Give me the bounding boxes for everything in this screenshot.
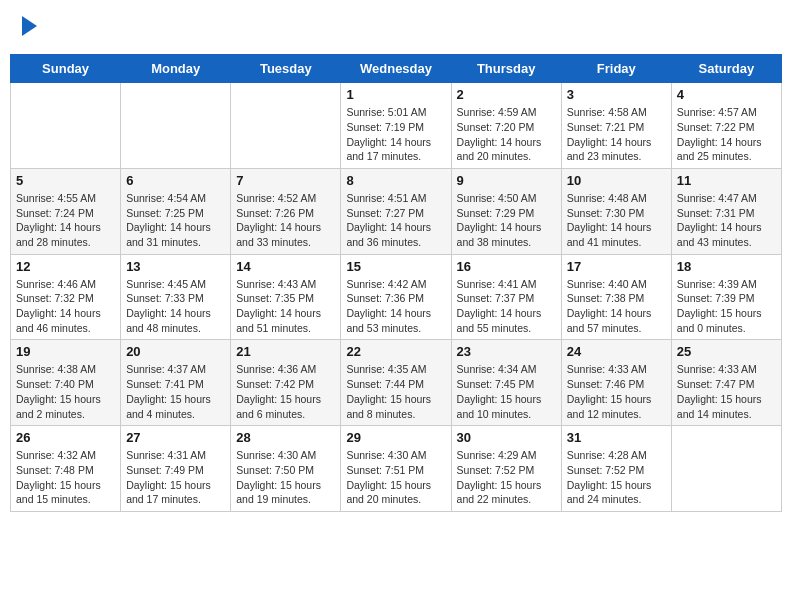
- day-number: 10: [567, 173, 666, 188]
- day-number: 31: [567, 430, 666, 445]
- day-info: Sunrise: 4:38 AM Sunset: 7:40 PM Dayligh…: [16, 362, 115, 421]
- day-info: Sunrise: 4:45 AM Sunset: 7:33 PM Dayligh…: [126, 277, 225, 336]
- calendar-cell: 2Sunrise: 4:59 AM Sunset: 7:20 PM Daylig…: [451, 83, 561, 169]
- day-number: 14: [236, 259, 335, 274]
- logo-arrow-icon: [22, 16, 37, 36]
- calendar-cell: 15Sunrise: 4:42 AM Sunset: 7:36 PM Dayli…: [341, 254, 451, 340]
- day-info: Sunrise: 4:47 AM Sunset: 7:31 PM Dayligh…: [677, 191, 776, 250]
- day-number: 5: [16, 173, 115, 188]
- weekday-header: Saturday: [671, 55, 781, 83]
- day-number: 12: [16, 259, 115, 274]
- day-number: 11: [677, 173, 776, 188]
- calendar-cell: 1Sunrise: 5:01 AM Sunset: 7:19 PM Daylig…: [341, 83, 451, 169]
- calendar-cell: 21Sunrise: 4:36 AM Sunset: 7:42 PM Dayli…: [231, 340, 341, 426]
- calendar-cell: 22Sunrise: 4:35 AM Sunset: 7:44 PM Dayli…: [341, 340, 451, 426]
- day-info: Sunrise: 4:31 AM Sunset: 7:49 PM Dayligh…: [126, 448, 225, 507]
- day-info: Sunrise: 4:42 AM Sunset: 7:36 PM Dayligh…: [346, 277, 445, 336]
- calendar-week-row: 1Sunrise: 5:01 AM Sunset: 7:19 PM Daylig…: [11, 83, 782, 169]
- day-info: Sunrise: 4:40 AM Sunset: 7:38 PM Dayligh…: [567, 277, 666, 336]
- day-info: Sunrise: 4:28 AM Sunset: 7:52 PM Dayligh…: [567, 448, 666, 507]
- day-number: 13: [126, 259, 225, 274]
- calendar-cell: 4Sunrise: 4:57 AM Sunset: 7:22 PM Daylig…: [671, 83, 781, 169]
- day-number: 27: [126, 430, 225, 445]
- day-number: 26: [16, 430, 115, 445]
- calendar-cell: 7Sunrise: 4:52 AM Sunset: 7:26 PM Daylig…: [231, 168, 341, 254]
- day-info: Sunrise: 4:34 AM Sunset: 7:45 PM Dayligh…: [457, 362, 556, 421]
- calendar-cell: 10Sunrise: 4:48 AM Sunset: 7:30 PM Dayli…: [561, 168, 671, 254]
- day-number: 4: [677, 87, 776, 102]
- day-info: Sunrise: 4:50 AM Sunset: 7:29 PM Dayligh…: [457, 191, 556, 250]
- calendar-week-row: 5Sunrise: 4:55 AM Sunset: 7:24 PM Daylig…: [11, 168, 782, 254]
- weekday-header: Monday: [121, 55, 231, 83]
- day-number: 18: [677, 259, 776, 274]
- calendar-cell: 30Sunrise: 4:29 AM Sunset: 7:52 PM Dayli…: [451, 426, 561, 512]
- day-number: 1: [346, 87, 445, 102]
- day-info: Sunrise: 4:33 AM Sunset: 7:46 PM Dayligh…: [567, 362, 666, 421]
- page-header: [10, 10, 782, 44]
- day-number: 17: [567, 259, 666, 274]
- calendar-cell: 29Sunrise: 4:30 AM Sunset: 7:51 PM Dayli…: [341, 426, 451, 512]
- day-info: Sunrise: 4:43 AM Sunset: 7:35 PM Dayligh…: [236, 277, 335, 336]
- day-number: 21: [236, 344, 335, 359]
- calendar-cell: 13Sunrise: 4:45 AM Sunset: 7:33 PM Dayli…: [121, 254, 231, 340]
- calendar-cell: 24Sunrise: 4:33 AM Sunset: 7:46 PM Dayli…: [561, 340, 671, 426]
- day-info: Sunrise: 4:55 AM Sunset: 7:24 PM Dayligh…: [16, 191, 115, 250]
- day-number: 22: [346, 344, 445, 359]
- day-info: Sunrise: 4:30 AM Sunset: 7:51 PM Dayligh…: [346, 448, 445, 507]
- day-info: Sunrise: 4:33 AM Sunset: 7:47 PM Dayligh…: [677, 362, 776, 421]
- logo: [20, 15, 37, 39]
- calendar-cell: 18Sunrise: 4:39 AM Sunset: 7:39 PM Dayli…: [671, 254, 781, 340]
- calendar-cell: 20Sunrise: 4:37 AM Sunset: 7:41 PM Dayli…: [121, 340, 231, 426]
- day-info: Sunrise: 4:46 AM Sunset: 7:32 PM Dayligh…: [16, 277, 115, 336]
- day-info: Sunrise: 4:52 AM Sunset: 7:26 PM Dayligh…: [236, 191, 335, 250]
- calendar-cell: 16Sunrise: 4:41 AM Sunset: 7:37 PM Dayli…: [451, 254, 561, 340]
- day-info: Sunrise: 4:59 AM Sunset: 7:20 PM Dayligh…: [457, 105, 556, 164]
- calendar-week-row: 19Sunrise: 4:38 AM Sunset: 7:40 PM Dayli…: [11, 340, 782, 426]
- day-info: Sunrise: 5:01 AM Sunset: 7:19 PM Dayligh…: [346, 105, 445, 164]
- day-number: 28: [236, 430, 335, 445]
- day-number: 2: [457, 87, 556, 102]
- day-info: Sunrise: 4:29 AM Sunset: 7:52 PM Dayligh…: [457, 448, 556, 507]
- calendar-header-row: SundayMondayTuesdayWednesdayThursdayFrid…: [11, 55, 782, 83]
- day-info: Sunrise: 4:48 AM Sunset: 7:30 PM Dayligh…: [567, 191, 666, 250]
- day-info: Sunrise: 4:58 AM Sunset: 7:21 PM Dayligh…: [567, 105, 666, 164]
- day-number: 29: [346, 430, 445, 445]
- day-info: Sunrise: 4:51 AM Sunset: 7:27 PM Dayligh…: [346, 191, 445, 250]
- day-number: 3: [567, 87, 666, 102]
- calendar-cell: 9Sunrise: 4:50 AM Sunset: 7:29 PM Daylig…: [451, 168, 561, 254]
- calendar-cell: 12Sunrise: 4:46 AM Sunset: 7:32 PM Dayli…: [11, 254, 121, 340]
- calendar-cell: [231, 83, 341, 169]
- calendar-cell: 28Sunrise: 4:30 AM Sunset: 7:50 PM Dayli…: [231, 426, 341, 512]
- weekday-header: Tuesday: [231, 55, 341, 83]
- calendar-cell: 11Sunrise: 4:47 AM Sunset: 7:31 PM Dayli…: [671, 168, 781, 254]
- day-info: Sunrise: 4:57 AM Sunset: 7:22 PM Dayligh…: [677, 105, 776, 164]
- day-info: Sunrise: 4:54 AM Sunset: 7:25 PM Dayligh…: [126, 191, 225, 250]
- calendar-table: SundayMondayTuesdayWednesdayThursdayFrid…: [10, 54, 782, 512]
- calendar-week-row: 26Sunrise: 4:32 AM Sunset: 7:48 PM Dayli…: [11, 426, 782, 512]
- day-number: 25: [677, 344, 776, 359]
- day-info: Sunrise: 4:36 AM Sunset: 7:42 PM Dayligh…: [236, 362, 335, 421]
- day-info: Sunrise: 4:32 AM Sunset: 7:48 PM Dayligh…: [16, 448, 115, 507]
- day-number: 6: [126, 173, 225, 188]
- day-number: 9: [457, 173, 556, 188]
- day-number: 16: [457, 259, 556, 274]
- calendar-cell: 25Sunrise: 4:33 AM Sunset: 7:47 PM Dayli…: [671, 340, 781, 426]
- day-number: 8: [346, 173, 445, 188]
- calendar-cell: 31Sunrise: 4:28 AM Sunset: 7:52 PM Dayli…: [561, 426, 671, 512]
- calendar-week-row: 12Sunrise: 4:46 AM Sunset: 7:32 PM Dayli…: [11, 254, 782, 340]
- day-number: 20: [126, 344, 225, 359]
- calendar-cell: [11, 83, 121, 169]
- calendar-cell: 27Sunrise: 4:31 AM Sunset: 7:49 PM Dayli…: [121, 426, 231, 512]
- day-number: 30: [457, 430, 556, 445]
- calendar-cell: [671, 426, 781, 512]
- calendar-cell: 8Sunrise: 4:51 AM Sunset: 7:27 PM Daylig…: [341, 168, 451, 254]
- calendar-cell: 17Sunrise: 4:40 AM Sunset: 7:38 PM Dayli…: [561, 254, 671, 340]
- day-info: Sunrise: 4:39 AM Sunset: 7:39 PM Dayligh…: [677, 277, 776, 336]
- day-number: 23: [457, 344, 556, 359]
- weekday-header: Friday: [561, 55, 671, 83]
- day-info: Sunrise: 4:35 AM Sunset: 7:44 PM Dayligh…: [346, 362, 445, 421]
- calendar-cell: 14Sunrise: 4:43 AM Sunset: 7:35 PM Dayli…: [231, 254, 341, 340]
- calendar-cell: 6Sunrise: 4:54 AM Sunset: 7:25 PM Daylig…: [121, 168, 231, 254]
- weekday-header: Wednesday: [341, 55, 451, 83]
- weekday-header: Sunday: [11, 55, 121, 83]
